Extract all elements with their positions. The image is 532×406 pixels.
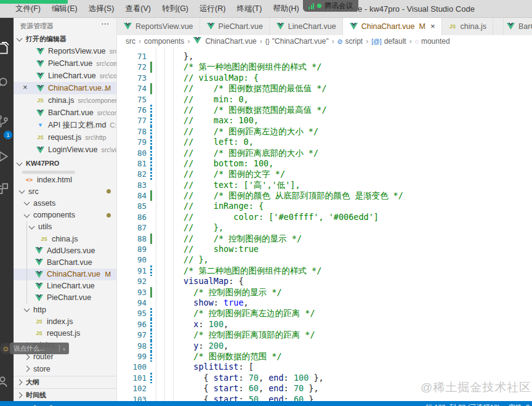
menu-item[interactable]: 文件(F): [10, 4, 46, 14]
account-icon[interactable]: [0, 373, 10, 389]
tree-item-china-js[interactable]: JSchina.js: [14, 233, 116, 245]
tree-item-barchart-vue[interactable]: BarChart.vue: [14, 256, 116, 268]
code-line[interactable]: 73// visualMap: {: [117, 73, 532, 83]
tree-item-chinachart-vue[interactable]: ChinaChart.vueM: [14, 269, 116, 280]
open-editor-item[interactable]: PieChart.vuesrc\comp...: [14, 57, 116, 70]
line-number[interactable]: 89: [117, 244, 150, 254]
code-line[interactable]: 71},: [117, 51, 532, 62]
code-line[interactable]: 75// min: 0,: [117, 94, 532, 105]
code-line[interactable]: 97 /* 控制图例距离顶部的距离 */: [117, 330, 532, 340]
line-number[interactable]: 74: [117, 83, 150, 94]
menu-item[interactable]: 选择(S): [83, 4, 120, 14]
line-number[interactable]: 94: [117, 298, 150, 308]
explorer-icon[interactable]: [0, 41, 10, 57]
tab-barchart-vue[interactable]: BarChart.vue: [504, 17, 532, 35]
open-editor-item[interactable]: ReportsView.vuesrc\v...: [14, 45, 116, 57]
more-actions-icon[interactable]: ⋯: [101, 18, 110, 28]
code-line[interactable]: 79// left: 0,: [117, 137, 532, 147]
run-debug-icon[interactable]: [0, 148, 10, 164]
tree-item-utils[interactable]: utils: [14, 221, 116, 233]
code-line[interactable]: 82// /* 图例的文字 */: [117, 169, 532, 179]
close-icon[interactable]: ×: [23, 83, 28, 92]
line-number[interactable]: 99: [117, 351, 150, 362]
line-number[interactable]: 88: [117, 233, 150, 244]
line-number[interactable]: 75: [117, 94, 150, 105]
line-number[interactable]: 101: [117, 373, 150, 383]
code-line[interactable]: 94 show: true,: [117, 298, 532, 308]
collapse-chevron-icon[interactable]: ‹: [63, 345, 65, 352]
code-line[interactable]: 84// /* 图例的颜色 从底部到顶部的颜色 是渐变色 */: [117, 190, 532, 201]
code-line[interactable]: 88// /* 控制图例的显示 */: [117, 233, 532, 244]
tree-item-linechart-vue[interactable]: LineChart.vue: [14, 280, 116, 292]
line-number[interactable]: 98: [117, 341, 150, 351]
tree-item-piechart-vue[interactable]: PieChart.vue: [14, 292, 116, 304]
code-line[interactable]: 95 /* 控制图例距离左边的距离 */: [117, 308, 532, 319]
code-line[interactable]: 99 /* 图例数据的范围 */: [117, 351, 532, 362]
breadcrumb-item[interactable]: [@]default: [371, 37, 406, 46]
line-number[interactable]: 84: [117, 190, 150, 201]
code-line[interactable]: 77// max: 100,: [117, 115, 532, 126]
tab-piechart-vue[interactable]: PieChart.vue: [200, 17, 270, 35]
open-editor-item[interactable]: ×ChinaChart.vue...M: [14, 82, 116, 94]
line-number[interactable]: 79: [117, 137, 150, 147]
code-line[interactable]: 90// },: [117, 254, 532, 265]
line-number[interactable]: 82: [117, 169, 150, 179]
code-line[interactable]: 92visualMap: {: [117, 276, 532, 286]
menu-item[interactable]: 查看(V): [119, 4, 156, 14]
tree-item-request-js[interactable]: JSrequest.js: [14, 327, 116, 339]
tab-reportsview-vue[interactable]: ReportsView.vue: [117, 17, 200, 35]
line-number[interactable]: 90: [117, 254, 150, 265]
timeline-section-header[interactable]: 时间线: [14, 388, 116, 401]
code-editor[interactable]: 71},72/* 第一种地图的图例组件的样式 */73// visualMap:…: [117, 47, 532, 401]
code-line[interactable]: 80// /* 图例距离底部的大小 */: [117, 148, 532, 158]
extensions-icon[interactable]: [0, 181, 10, 197]
source-control-icon[interactable]: [0, 113, 10, 129]
open-editor-item[interactable]: LoginView.vuesrc\vie...: [14, 144, 116, 156]
open-editor-item[interactable]: ▼API 接口文档.mdC:\U...: [14, 119, 116, 131]
tree-item-addusers-vue[interactable]: AddUsers.vue: [14, 245, 116, 256]
line-number[interactable]: 71: [117, 51, 150, 62]
line-number[interactable]: 83: [117, 180, 150, 190]
line-number[interactable]: 103: [117, 394, 150, 402]
code-line[interactable]: 89// show:true: [117, 244, 532, 254]
meeting-chat-input[interactable]: 说点什么... ‹: [10, 343, 69, 354]
line-number[interactable]: 86: [117, 212, 150, 222]
line-number[interactable]: 87: [117, 222, 150, 233]
code-line[interactable]: 76// /* 图例数据范围的最高值 */: [117, 105, 532, 115]
line-number[interactable]: 96: [117, 319, 150, 330]
breadcrumb-item[interactable]: ◌mounted: [415, 37, 450, 46]
tree-item-src[interactable]: src: [14, 185, 116, 197]
tree-item-index-js[interactable]: JSindex.js: [14, 315, 116, 327]
indentation-setting[interactable]: 空格: 2: [509, 403, 530, 406]
line-number[interactable]: 78: [117, 126, 150, 137]
line-number[interactable]: 97: [117, 330, 150, 340]
tab-linechart-vue[interactable]: LineChart.vue: [270, 17, 343, 35]
workspace-section-header[interactable]: KW47PRO: [14, 158, 116, 169]
code-line[interactable]: 100 splitList: [: [117, 362, 532, 372]
line-number[interactable]: 72: [117, 62, 150, 72]
line-number[interactable]: 80: [117, 148, 150, 158]
code-line[interactable]: 93 /* 控制图例的显示 */: [117, 287, 532, 298]
line-number[interactable]: 73: [117, 73, 150, 83]
code-line[interactable]: 98 y: 200,: [117, 341, 532, 351]
line-number[interactable]: 91: [117, 266, 150, 276]
tree-item-assets[interactable]: assets: [14, 197, 116, 209]
menu-item[interactable]: 终端(T): [231, 4, 267, 14]
line-number[interactable]: 92: [117, 276, 150, 286]
line-number[interactable]: 85: [117, 201, 150, 211]
breadcrumb-item[interactable]: components: [144, 37, 184, 46]
menu-item[interactable]: 转到(G): [156, 4, 194, 14]
search-icon[interactable]: [0, 75, 10, 91]
line-number[interactable]: 81: [117, 158, 150, 169]
code-line[interactable]: 86// color: ['#e0ffff', '#006edd']: [117, 212, 532, 222]
code-line[interactable]: 83// text: ['高','低'],: [117, 180, 532, 190]
code-line[interactable]: 78// /* 图例距离左边的大小 */: [117, 126, 532, 137]
code-line[interactable]: 87// },: [117, 222, 532, 233]
open-editors-section-header[interactable]: 打开的编辑器: [14, 33, 116, 45]
close-icon[interactable]: ×: [430, 22, 435, 31]
tree-item-http[interactable]: http: [14, 304, 116, 315]
open-editor-item[interactable]: JSchina.jssrc\componen...: [14, 94, 116, 107]
meeting-overlay-pill[interactable]: 腾讯会议: [303, 0, 358, 12]
breadcrumb-item[interactable]: ⊘script: [337, 37, 363, 46]
code-line[interactable]: 81// bottom: 100,: [117, 158, 532, 169]
